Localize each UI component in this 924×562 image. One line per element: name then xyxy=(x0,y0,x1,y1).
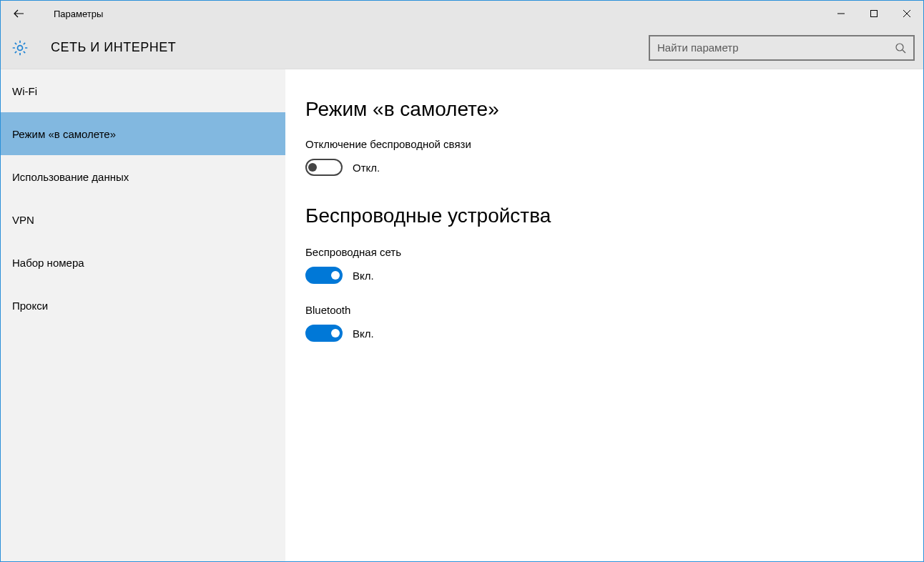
search-box[interactable] xyxy=(649,35,915,61)
sidebar-item-label: Wi-Fi xyxy=(12,85,37,97)
bluetooth-state: Вкл. xyxy=(353,327,374,340)
close-button[interactable] xyxy=(890,1,923,26)
svg-point-5 xyxy=(896,44,903,51)
sidebar-item-label: VPN xyxy=(12,214,34,226)
sidebar-item-dialup[interactable]: Набор номера xyxy=(1,241,285,284)
back-button[interactable] xyxy=(1,1,36,26)
svg-rect-1 xyxy=(871,11,878,17)
sidebar-item-wifi[interactable]: Wi-Fi xyxy=(1,69,285,112)
sidebar-item-label: Режим «в самолете» xyxy=(12,128,116,140)
sidebar-item-data-usage[interactable]: Использование данных xyxy=(1,155,285,198)
sidebar: Wi-Fi Режим «в самолете» Использование д… xyxy=(1,69,285,561)
sidebar-item-label: Использование данных xyxy=(12,171,129,183)
search-icon xyxy=(888,42,913,54)
svg-line-6 xyxy=(903,50,905,53)
airplane-mode-toggle[interactable] xyxy=(305,159,343,176)
sidebar-item-airplane-mode[interactable]: Режим «в самолете» xyxy=(1,112,285,155)
bluetooth-toggle[interactable] xyxy=(305,325,343,342)
wireless-network-label: Беспроводная сеть xyxy=(305,246,903,258)
svg-point-4 xyxy=(18,45,23,50)
wireless-network-toggle[interactable] xyxy=(305,267,343,284)
page-heading: СЕТЬ И ИНТЕРНЕТ xyxy=(31,40,176,55)
sidebar-item-proxy[interactable]: Прокси xyxy=(1,284,285,327)
section-title-wireless: Беспроводные устройства xyxy=(305,204,903,227)
header: СЕТЬ И ИНТЕРНЕТ xyxy=(1,26,923,69)
sidebar-item-label: Прокси xyxy=(12,300,48,312)
bluetooth-label: Bluetooth xyxy=(305,304,903,316)
sidebar-item-label: Набор номера xyxy=(12,257,84,269)
gear-icon[interactable] xyxy=(9,39,31,57)
window-title: Параметры xyxy=(36,9,103,19)
content-area: Режим «в самолете» Отключение беспроводн… xyxy=(285,69,923,561)
titlebar: Параметры xyxy=(1,1,923,26)
wireless-network-state: Вкл. xyxy=(353,270,374,282)
sidebar-item-vpn[interactable]: VPN xyxy=(1,198,285,241)
airplane-mode-state: Откл. xyxy=(353,162,380,174)
section-title-airplane: Режим «в самолете» xyxy=(305,98,903,121)
maximize-button[interactable] xyxy=(857,1,890,26)
search-input[interactable] xyxy=(650,41,888,54)
airplane-description: Отключение беспроводной связи xyxy=(305,138,903,150)
minimize-button[interactable] xyxy=(825,1,857,26)
